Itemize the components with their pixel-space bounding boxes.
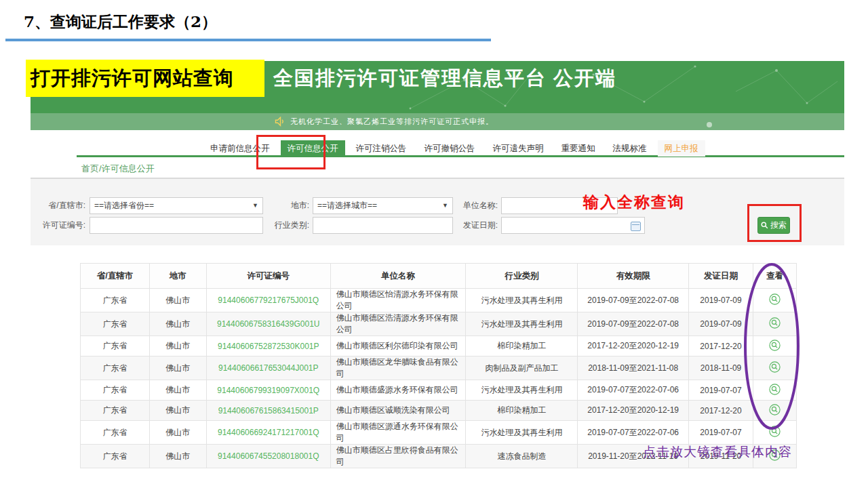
cell-permit-number-link[interactable]: 91440606758316439G001U [206,312,330,336]
cell-validity: 2017-12-20至2020-12-19 [578,401,689,421]
tab-online-application[interactable]: 网上申报 [658,140,705,157]
cell-validity: 2019-07-09至2022-07-08 [578,312,689,336]
tab-important-notice[interactable]: 重要通知 [555,140,602,157]
cell-company: 佛山市顺德区源通水务环保有限公司 [330,421,466,445]
permit-number-input[interactable] [90,217,263,234]
cell-company: 佛山市顺德区怡清源水务环保有限公司 [330,289,466,312]
cell-province: 广东省 [81,421,150,445]
cell-province: 广东省 [81,336,150,357]
permit-number-label: 许可证编号: [33,217,85,234]
notice-text: 无机化学工业、聚氯乙烯工业等排污许可证可正式申报。 [290,117,494,127]
cell-permit-number-link[interactable]: 91440606752872530K001P [206,336,330,357]
title-underline [5,39,491,41]
cell-permit-number-link[interactable]: 91440606617653044J001P [206,357,330,380]
red-annotation-box-search [747,204,802,242]
header-province: 省/直辖市 [81,264,150,289]
cell-city: 佛山市 [149,401,206,421]
cell-province: 广东省 [81,312,150,336]
cell-city: 佛山市 [149,357,206,380]
cell-validity: 2018-11-09至2021-11-08 [578,357,689,380]
permit-table-body: 广东省 佛山市 91440606779217675J001Q 佛山市顺德区怡清源… [81,289,797,468]
cell-permit-number-link[interactable]: 91440606799319097X001Q [206,380,330,401]
cell-industry: 污水处理及其再生利用 [466,289,578,312]
breadcrumb-home-link[interactable]: 首页 [81,163,99,174]
cell-validity: 2019-07-07至2022-07-06 [578,421,689,445]
yellow-annotation-label: 打开排污许可网站查询 [26,60,264,97]
table-row: 广东省 佛山市 914406066924171217001Q 佛山市顺德区源通水… [81,421,797,445]
header-industry: 行业类别 [466,264,578,289]
company-label: 单位名称: [456,197,498,214]
province-select[interactable]: ==请选择省份== ▼ [90,197,263,214]
table-row: 广东省 佛山市 91440606799319097X001Q 佛山市顺德盛源水务… [81,380,797,401]
bottom-caption: 点击放大镜查看具体内容 [643,443,792,461]
cell-permit-number-link[interactable]: 914406067455208018001Q [206,445,330,468]
cell-permit-number-link[interactable]: 914406066924171217001Q [206,421,330,445]
header-company: 单位名称 [330,264,466,289]
permit-table-header: 省/直辖市 地市 许可证编号 单位名称 行业类别 有效期限 发证日期 查看 [81,264,797,289]
cell-industry: 污水处理及其再生利用 [466,312,578,336]
industry-label: 行业类别: [270,217,309,234]
table-row: 广东省 佛山市 91440606617653044J001P 佛山市顺德区龙华腊… [81,357,797,380]
cell-company: 佛山市顺德区浩清源水务环保有限公司 [330,312,466,336]
cell-company: 佛山市顺德区占里欣得食品有限公司 [330,445,466,468]
speaker-icon [275,117,286,127]
chevron-down-icon: ▼ [252,202,258,209]
breadcrumb-current: 许可信息公开 [102,163,155,174]
permit-table: 省/直辖市 地市 许可证编号 单位名称 行业类别 有效期限 发证日期 查看 广东… [80,263,797,468]
cell-province: 广东省 [81,357,150,380]
purple-ellipse-annotation [743,262,800,431]
search-annotation-text: 输入全称查询 [583,192,685,213]
cell-validity: 2019-07-09至2022-07-08 [578,289,689,312]
cell-province: 广东省 [81,289,150,312]
slide-title: 7、查询证后工作要求（2） [24,12,217,33]
issue-date-input[interactable] [501,217,645,234]
cell-company: 佛山市顺德区诚顺洗染有限公司 [330,401,466,421]
cell-validity: 2017-12-20至2020-12-19 [578,336,689,357]
industry-input[interactable] [313,217,453,234]
pattern-dot [707,122,712,127]
city-select-value: ==请选择城市== [317,200,377,211]
table-row: 广东省 佛山市 91440606779217675J001Q 佛山市顺德区怡清源… [81,289,797,312]
cell-company: 佛山市顺德区利尔德印染有限公司 [330,336,466,357]
province-select-value: ==请选择省份== [94,200,154,211]
tab-cancellation-notice[interactable]: 许可注销公告 [349,140,414,157]
header-city: 地市 [149,264,206,289]
city-select[interactable]: ==请选择城市== ▼ [313,197,453,214]
tab-loss-declaration[interactable]: 许可遗失声明 [486,140,551,157]
tab-regulations[interactable]: 法规标准 [606,140,654,157]
cell-industry: 棉印染精加工 [466,336,578,357]
breadcrumb: 首页/许可信息公开 [81,163,155,175]
cell-industry: 肉制品及副产品加工 [466,357,578,380]
table-row: 广东省 佛山市 914406067615863415001P 佛山市顺德区诚顺洗… [81,401,797,421]
issue-date-label: 发证日期: [456,217,498,234]
header-validity: 有效期限 [578,264,689,289]
red-annotation-box-tab [256,135,326,169]
cell-validity: 2019-07-07至2022-07-06 [578,380,689,401]
cell-province: 广东省 [81,401,150,421]
province-label: 省/直辖市: [33,197,85,214]
table-row: 广东省 佛山市 91440606752872530K001P 佛山市顺德区利尔德… [81,336,797,357]
cell-company: 佛山市顺德区龙华腊味食品有限公司 [330,357,466,380]
calendar-icon[interactable] [631,222,641,231]
cell-city: 佛山市 [149,380,206,401]
cell-company: 佛山市顺德盛源水务环保有限公司 [330,380,466,401]
cell-city: 佛山市 [149,421,206,445]
cell-industry: 污水处理及其再生利用 [466,421,578,445]
tab-revocation-notice[interactable]: 许可撤销公告 [418,140,482,157]
cell-city: 佛山市 [149,312,206,336]
cell-city: 佛山市 [149,289,206,312]
cell-permit-number-link[interactable]: 91440606779217675J001Q [206,289,330,312]
header-permit-number: 许可证编号 [206,264,330,289]
table-row: 广东省 佛山市 91440606758316439G001U 佛山市顺德区浩清源… [81,312,797,336]
cell-industry: 速冻食品制造 [466,445,578,468]
cell-city: 佛山市 [149,336,206,357]
cell-industry: 污水处理及其再生利用 [466,380,578,401]
cell-permit-number-link[interactable]: 914406067615863415001P [206,401,330,421]
slide: 7、查询证后工作要求（2） 全国排污许可证管理信息平台 公开端 打开排污许可网站… [0,0,868,488]
cell-province: 广东省 [81,445,150,468]
chevron-down-icon: ▼ [442,202,448,209]
notice-bar: 无机化学工业、聚氯乙烯工业等排污许可证可正式申报。 [31,113,844,130]
site-title: 全国排污许可证管理信息平台 公开端 [273,65,616,92]
cell-city: 佛山市 [149,445,206,468]
cell-industry: 棉印染精加工 [466,401,578,421]
